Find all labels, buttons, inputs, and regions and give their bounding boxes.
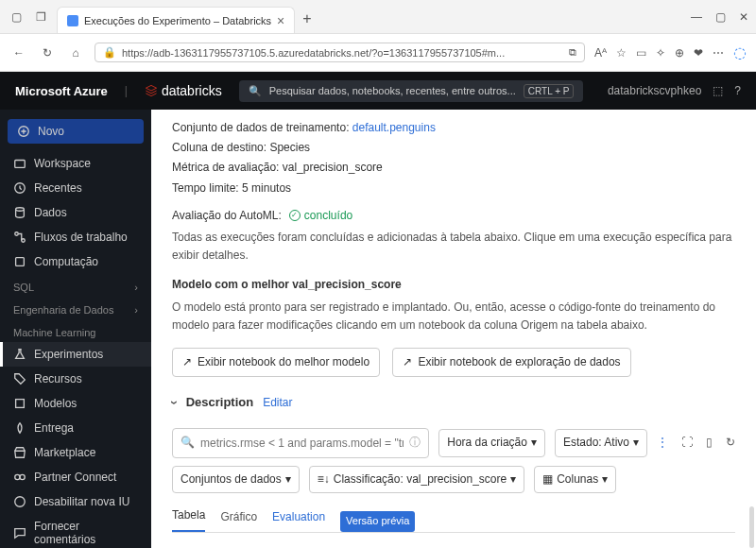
runs-table: 👁 Nome da execução Criado em Conjunto de…: [172, 544, 735, 548]
panel-icon[interactable]: ▯: [706, 434, 713, 452]
reading-icon[interactable]: ▭: [636, 46, 646, 60]
close-window-icon[interactable]: ✕: [739, 10, 748, 24]
more-icon[interactable]: ⋮: [657, 434, 668, 452]
workflow-icon: [13, 231, 26, 244]
svg-rect-7: [16, 400, 25, 408]
train-dataset-link[interactable]: default.penguins: [352, 121, 436, 134]
sidebar-item-marketplace[interactable]: Marketplace: [0, 440, 151, 465]
databricks-logo-icon: [145, 84, 158, 97]
favicon-icon: [67, 15, 78, 26]
open-icon: ↗: [403, 353, 412, 371]
sidebar-item-partner[interactable]: Partner Connect: [0, 465, 151, 489]
filter-datasets[interactable]: Conjuntos de dados ▾: [172, 466, 300, 493]
sidebar-item-workspace[interactable]: Workspace: [0, 151, 151, 176]
chat-icon: [13, 526, 26, 539]
chevron-right-icon[interactable]: ›: [163, 401, 184, 405]
automl-status: ✓concluído: [289, 207, 352, 225]
svg-point-9: [20, 474, 25, 479]
edit-link[interactable]: Editar: [263, 394, 292, 412]
maximize-icon[interactable]: ▢: [715, 10, 726, 24]
svg-rect-6: [16, 258, 25, 266]
tab-evaluation[interactable]: Evaluation: [272, 508, 325, 532]
favorites-icon[interactable]: ✧: [656, 46, 665, 60]
refresh-icon[interactable]: ↻: [38, 43, 57, 62]
filter-sort[interactable]: ≡↓ Classificação: val_precision_score ▾: [309, 466, 524, 493]
text-size-icon[interactable]: Aᴬ: [594, 46, 607, 60]
best-notebook-button[interactable]: ↗Exibir notebook do melhor modelo: [172, 348, 380, 377]
folder-icon: [13, 157, 26, 170]
open-icon: ↗: [182, 353, 192, 371]
svg-point-8: [15, 474, 20, 479]
more-icon[interactable]: ⋯: [713, 46, 724, 60]
explore-notebook-button[interactable]: ↗Exibir notebook de exploração de dados: [392, 348, 630, 377]
expand-icon[interactable]: ⛶: [681, 434, 693, 452]
sidebar-item-experimentos[interactable]: Experimentos: [0, 342, 151, 367]
partner-icon: [13, 471, 26, 484]
chevron-down-icon: ▾: [531, 434, 537, 452]
url-text: https://adb-1363117955737105.5.azuredata…: [122, 47, 563, 59]
collections-icon[interactable]: ⊕: [675, 46, 684, 60]
compute-icon: [13, 255, 26, 268]
lock-icon: 🔒: [103, 46, 116, 59]
main-content: Conjunto de dados de treinamento: defaul…: [151, 110, 756, 548]
svg-point-4: [15, 232, 19, 236]
search-icon: 🔍: [249, 85, 262, 97]
home-icon[interactable]: ⌂: [66, 43, 85, 62]
sidebar: Novo Workspace Recentes Dados Fluxos de …: [0, 110, 151, 548]
sidebar-item-disable[interactable]: Desabilitar nova IU: [0, 489, 151, 514]
minimize-icon[interactable]: —: [691, 10, 702, 24]
filter-state[interactable]: Estado: Ativo ▾: [555, 429, 647, 456]
filter-field[interactable]: [200, 437, 404, 450]
info-icon[interactable]: ⓘ: [409, 434, 421, 452]
ms-azure-brand: Microsoft Azure: [15, 84, 108, 98]
new-tab-button[interactable]: +: [302, 10, 311, 27]
filter-time[interactable]: Hora da criação ▾: [438, 429, 545, 456]
flask-icon: [13, 348, 26, 361]
browser-tab[interactable]: Execuções do Experimento – Databricks ×: [57, 7, 295, 33]
help-icon[interactable]: ?: [734, 84, 741, 97]
star-icon[interactable]: ☆: [616, 46, 627, 60]
sidebar-item-fluxos[interactable]: Fluxos de trabalho: [0, 225, 151, 249]
back-icon[interactable]: ←: [9, 43, 28, 62]
close-icon[interactable]: ×: [277, 13, 284, 28]
gift-icon[interactable]: ⬚: [713, 84, 723, 97]
bing-icon[interactable]: ◌: [733, 43, 747, 61]
sidebar-item-dados[interactable]: Dados: [0, 200, 151, 225]
model-icon: [13, 397, 26, 410]
store-icon: [13, 446, 26, 459]
best-model-title: Modelo com o melhor val_precision_score: [172, 276, 735, 294]
scrollbar[interactable]: [749, 506, 754, 548]
filter-columns[interactable]: ▦ Colunas ▾: [534, 466, 616, 493]
sidebar-section-eng[interactable]: Engenharia de Dados›: [0, 297, 151, 319]
account-name[interactable]: databrickscvphkeo: [608, 84, 701, 97]
databricks-brand: databricks: [145, 83, 222, 98]
global-search[interactable]: 🔍 Pesquisar dados, notebooks, recentes, …: [239, 80, 584, 102]
sidebar-section-ml: Machine Learning: [0, 319, 151, 342]
svg-point-3: [16, 208, 25, 212]
chevron-down-icon: ▾: [602, 471, 608, 488]
tab-table[interactable]: Tabela: [172, 506, 205, 532]
chevron-down-icon: ▾: [285, 471, 291, 488]
automl-desc: Todas as execuções foram concluídas e ad…: [172, 229, 735, 265]
tab-chart[interactable]: Gráfico: [220, 508, 257, 532]
url-bar[interactable]: 🔒 https://adb-1363117955737105.5.azureda…: [94, 43, 585, 62]
sidebar-section-sql[interactable]: SQL›: [0, 274, 151, 297]
sidebar-item-recentes[interactable]: Recentes: [0, 176, 151, 200]
tabs-icon[interactable]: ❐: [32, 9, 49, 26]
filter-input[interactable]: 🔍 ⓘ: [172, 428, 429, 457]
search-icon: 🔍: [180, 434, 195, 452]
sidebar-item-compute[interactable]: Computação: [0, 249, 151, 274]
sidebar-item-feedback[interactable]: Fornecer comentários: [0, 514, 151, 548]
svg-point-10: [15, 497, 26, 507]
sort-icon: ≡↓: [318, 471, 330, 488]
refresh-icon[interactable]: ↻: [726, 434, 735, 452]
sidebar-item-modelos[interactable]: Modelos: [0, 391, 151, 416]
sidebar-new-button[interactable]: Novo: [8, 119, 144, 144]
shield-icon: ▢: [8, 9, 25, 26]
sidebar-item-recursos[interactable]: Recursos: [0, 367, 151, 391]
safety-icon[interactable]: ❤: [694, 46, 703, 60]
copy-icon[interactable]: ⧉: [569, 46, 576, 59]
tab-title: Execuções do Experimento – Databricks: [84, 15, 271, 26]
sidebar-item-entrega[interactable]: Entrega: [0, 416, 151, 440]
plus-icon: [17, 125, 30, 138]
